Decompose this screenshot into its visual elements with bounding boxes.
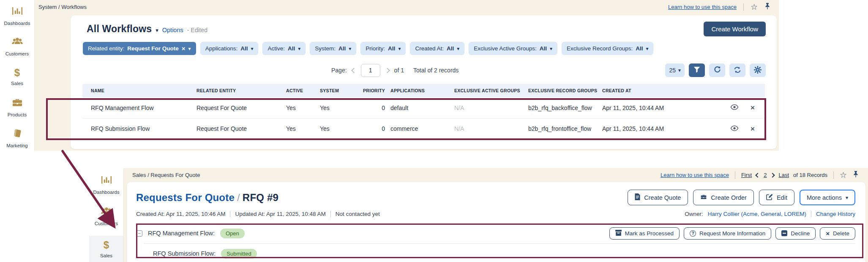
- divider: [230, 211, 230, 217]
- filter-chip-active[interactable]: Active:All▾: [262, 42, 306, 55]
- filter-label: Created At:: [415, 45, 444, 52]
- learn-link[interactable]: Learn how to use this space: [668, 4, 737, 10]
- table-row[interactable]: RFQ Submission Flow Request For Quote Ye…: [82, 118, 765, 139]
- cell-exclusive-record-groups: b2b_rfq_frontoffice_flow: [528, 125, 602, 132]
- requests-for-quote-link[interactable]: Requests For Quote: [136, 192, 235, 203]
- sidebar-item-customers[interactable]: Customers: [89, 204, 123, 229]
- remove-filter-icon[interactable]: ×: [182, 45, 186, 52]
- view-row-icon[interactable]: [730, 125, 739, 132]
- cell-priority: 0: [359, 125, 385, 132]
- page-number-input[interactable]: [361, 64, 380, 77]
- edit-button[interactable]: Edit: [759, 190, 794, 205]
- col-name[interactable]: NAME: [82, 88, 197, 93]
- chevron-down-icon[interactable]: ▾: [188, 46, 191, 51]
- filter-label: System:: [315, 45, 336, 52]
- filter-toggle-button[interactable]: [689, 63, 705, 77]
- more-actions-button[interactable]: More actions ▾: [800, 190, 855, 205]
- filter-value: All: [338, 45, 346, 52]
- filter-chip-system[interactable]: System:All▾: [310, 42, 356, 55]
- col-exclusive-record-groups[interactable]: EXCLUSIVE RECORD GROUPS: [528, 88, 602, 93]
- cell-related-entity: Request For Quote: [197, 125, 286, 132]
- sync-button[interactable]: [729, 63, 745, 77]
- prev-page-icon[interactable]: [351, 68, 357, 73]
- col-related-entity[interactable]: RELATED ENTITY: [197, 88, 286, 93]
- sidebar-item-dashboards[interactable]: Dashboards: [89, 172, 123, 197]
- create-workflow-button[interactable]: Create Workflow: [704, 22, 766, 36]
- options-link[interactable]: Options: [162, 27, 183, 33]
- cell-exclusive-active-groups: N/A: [454, 105, 528, 111]
- pin-icon[interactable]: [853, 171, 859, 179]
- screenshot-canvas: Dashboards Customers $ Sales Products Ma…: [0, 0, 868, 262]
- filter-label: Related entity:: [88, 45, 124, 52]
- x-icon: ×: [826, 230, 830, 237]
- decline-button[interactable]: Decline: [775, 227, 816, 240]
- sidebar-item-marketing[interactable]: Marketing: [0, 126, 34, 151]
- prev-record-icon[interactable]: [756, 173, 760, 177]
- settings-button[interactable]: [750, 63, 766, 77]
- next-page-icon[interactable]: [385, 68, 390, 73]
- top-sidebar: Dashboards Customers $ Sales Products Ma…: [0, 0, 35, 151]
- title-caret-icon[interactable]: ▾: [156, 27, 158, 33]
- owner-link[interactable]: Harry Collier (Acme, General, LOREM): [708, 211, 806, 217]
- change-history-link[interactable]: Change History: [816, 211, 855, 217]
- cell-created-at: Apr 11, 2025, 10:44 AM: [602, 125, 710, 132]
- filter-chip-exclusive-record-groups[interactable]: Exclusive Record Groups:All▾: [562, 42, 653, 55]
- star-icon[interactable]: ☆: [840, 171, 847, 179]
- book-icon: [12, 128, 22, 140]
- contact-status-text: Not contacted yet: [336, 211, 380, 217]
- table-row[interactable]: RFQ Management Flow Request For Quote Ye…: [82, 97, 765, 118]
- document-icon: [635, 193, 640, 201]
- button-label: Request More Information: [699, 230, 765, 237]
- request-more-information-button[interactable]: ? Request More Information: [684, 227, 771, 240]
- delete-row-icon[interactable]: ×: [751, 104, 755, 111]
- delete-button[interactable]: × Delete: [820, 227, 855, 240]
- sidebar-item-sales[interactable]: $ Sales: [0, 65, 34, 88]
- delete-row-icon[interactable]: ×: [751, 125, 755, 132]
- learn-link[interactable]: Learn how to use this space: [661, 172, 729, 178]
- mark-as-processed-button[interactable]: Mark as Processed: [609, 227, 680, 240]
- col-applications[interactable]: APPLICATIONS: [385, 88, 454, 93]
- current-record-number[interactable]: 2: [764, 172, 767, 178]
- filter-chip-related-entity[interactable]: Related entity: Request For Quote × ▾: [83, 42, 196, 55]
- create-order-button[interactable]: Create Order: [693, 190, 754, 205]
- last-record-link[interactable]: Last: [778, 172, 789, 178]
- create-quote-button[interactable]: Create Quote: [628, 190, 688, 205]
- view-row-icon[interactable]: [730, 104, 739, 111]
- funnel-icon: [693, 66, 700, 74]
- sidebar-item-sales-active[interactable]: $ Sales: [89, 236, 123, 262]
- page-size-dropdown[interactable]: 25▾: [665, 63, 685, 77]
- col-created-at[interactable]: CREATED AT: [602, 88, 710, 93]
- workflows-card: All Workflows ▾ Options - Edited Create …: [71, 15, 777, 149]
- pin-icon[interactable]: [764, 3, 770, 11]
- sidebar-label: Dashboards: [4, 21, 30, 26]
- status-badge-submitted: Submitted: [221, 249, 257, 259]
- reload-button[interactable]: [709, 63, 725, 77]
- button-label: Create Quote: [644, 194, 681, 201]
- filter-chip-created-at[interactable]: Created At:All▾: [410, 42, 464, 55]
- cell-exclusive-record-groups: b2b_rfq_backoffice_flow: [528, 105, 602, 111]
- dollar-icon: $: [104, 240, 109, 250]
- collapse-icon[interactable]: −: [136, 230, 142, 237]
- filter-chip-applications[interactable]: Applications:All▾: [200, 42, 259, 55]
- sidebar-label: Sales: [11, 81, 23, 86]
- col-priority[interactable]: PRIORITY: [359, 88, 385, 93]
- col-exclusive-active-groups[interactable]: EXCLUSIVE ACTIVE GROUPS: [454, 88, 528, 93]
- divider: [735, 171, 735, 179]
- col-system[interactable]: SYSTEM: [320, 88, 359, 93]
- owner-label: Owner:: [685, 211, 703, 217]
- workflows-main: System / Workflows Learn how to use this…: [35, 0, 779, 151]
- next-record-icon[interactable]: [770, 173, 775, 177]
- sidebar-item-customers[interactable]: Customers: [0, 34, 34, 59]
- sidebar-item-products[interactable]: Products: [0, 95, 34, 120]
- page-label: Page:: [331, 67, 347, 74]
- first-record-link[interactable]: First: [741, 172, 752, 178]
- chevron-down-icon: ▾: [349, 46, 351, 51]
- star-icon[interactable]: ☆: [751, 3, 758, 11]
- bottom-sidebar: Dashboards Customers $ Sales Products: [89, 168, 124, 262]
- filter-value: All: [240, 45, 248, 52]
- filter-chip-priority[interactable]: Priority:All▾: [360, 42, 406, 55]
- col-active[interactable]: ACTIVE: [286, 88, 320, 93]
- divider: [833, 171, 834, 179]
- filter-chip-exclusive-active-groups[interactable]: Exclusive Active Groups:All▾: [469, 42, 557, 55]
- sidebar-item-dashboards[interactable]: Dashboards: [0, 3, 34, 28]
